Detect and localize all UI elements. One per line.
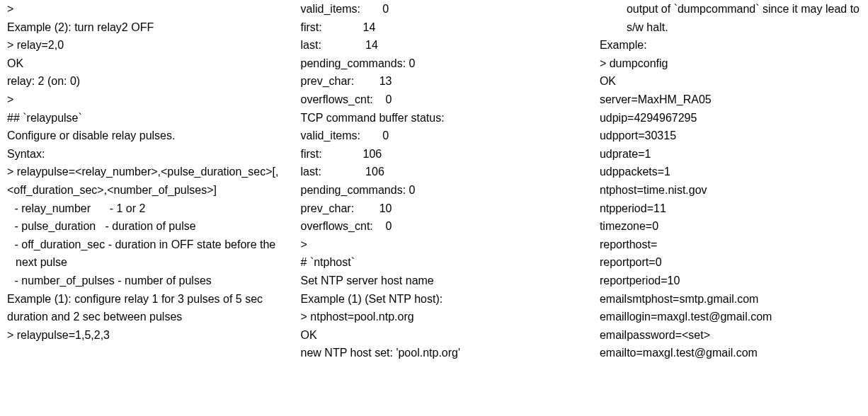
text-line: emailto=maxgl.test@gmail.com bbox=[600, 344, 864, 362]
text-line: Example: bbox=[600, 36, 864, 54]
text-line: Configure or disable relay pulses. bbox=[7, 127, 292, 145]
text-line: > bbox=[7, 91, 292, 109]
text-line: > bbox=[7, 0, 292, 18]
text-line: TCP command buffer status: bbox=[301, 109, 591, 127]
text-line: overflows_cnt: 0 bbox=[301, 91, 591, 109]
text-line: timezone=0 bbox=[600, 217, 864, 236]
text-line: first: 14 bbox=[301, 18, 591, 37]
text-line: > bbox=[301, 236, 591, 254]
text-line: output of `dumpcommand` since it may lea… bbox=[600, 0, 864, 36]
text-line: OK bbox=[600, 72, 864, 91]
text-line: - off_duration_sec - duration in OFF sta… bbox=[7, 236, 292, 272]
text-line: # `ntphost` bbox=[301, 253, 591, 272]
text-line: prev_char: 10 bbox=[301, 200, 591, 218]
text-line: emaillogin=maxgl.test@gmail.com bbox=[600, 308, 864, 326]
text-line: emailsmtphost=smtp.gmail.com bbox=[600, 290, 864, 308]
text-line: - relay_number - 1 or 2 bbox=[7, 200, 292, 218]
text-line: last: 106 bbox=[301, 163, 591, 181]
text-line: overflows_cnt: 0 bbox=[301, 217, 591, 236]
text-line: - pulse_duration - duration of pulse bbox=[7, 217, 292, 236]
text-line: pending_commands: 0 bbox=[301, 54, 591, 73]
text-line: valid_items: 0 bbox=[301, 127, 591, 145]
text-line: OK bbox=[7, 54, 292, 73]
text-line: relay: 2 (on: 0) bbox=[7, 72, 292, 91]
page-columns: > Example (2): turn relay2 OFF > relay=2… bbox=[0, 0, 868, 362]
text-line: > dumpconfig bbox=[600, 54, 864, 73]
text-line: reporthost= bbox=[600, 236, 864, 254]
text-line: > relaypulse=1,5,2,3 bbox=[7, 326, 292, 345]
text-line: server=MaxHM_RA05 bbox=[600, 91, 864, 109]
text-line: > relaypulse=<relay_number>,<pulse_durat… bbox=[7, 163, 292, 199]
text-line: Example (1): configure relay 1 for 3 pul… bbox=[7, 290, 292, 326]
text-line: udppackets=1 bbox=[600, 163, 864, 181]
text-line: udpip=4294967295 bbox=[600, 109, 864, 127]
text-line: udprate=1 bbox=[600, 145, 864, 163]
column-1: > Example (2): turn relay2 OFF > relay=2… bbox=[0, 0, 297, 362]
column-2: valid_items: 0 first: 14 last: 14 pendin… bbox=[297, 0, 595, 362]
text-line: first: 106 bbox=[301, 145, 591, 163]
text-line: ntphost=time.nist.gov bbox=[600, 181, 864, 200]
text-line: Set NTP server host name bbox=[301, 272, 591, 290]
text-line: pending_commands: 0 bbox=[301, 181, 591, 200]
text-line: Example (1) (Set NTP host): bbox=[301, 290, 591, 308]
column-3: output of `dumpcommand` since it may lea… bbox=[595, 0, 868, 362]
text-line: prev_char: 13 bbox=[301, 72, 591, 91]
text-line: udpport=30315 bbox=[600, 127, 864, 145]
text-line: > relay=2,0 bbox=[7, 36, 292, 54]
text-line: reportperiod=10 bbox=[600, 272, 864, 290]
text-line: OK bbox=[301, 326, 591, 345]
text-line: > ntphost=pool.ntp.org bbox=[301, 308, 591, 326]
text-line: ntpperiod=11 bbox=[600, 200, 864, 218]
text-line: - number_of_pulses - number of pulses bbox=[7, 272, 292, 290]
text-line: ## `relaypulse` bbox=[7, 109, 292, 127]
text-line: Syntax: bbox=[7, 145, 292, 163]
text-line: Example (2): turn relay2 OFF bbox=[7, 18, 292, 37]
text-line: new NTP host set: 'pool.ntp.org' bbox=[301, 344, 591, 362]
text-line: reportport=0 bbox=[600, 253, 864, 272]
text-line: last: 14 bbox=[301, 36, 591, 54]
text-line: emailpassword=<set> bbox=[600, 326, 864, 345]
text-line: valid_items: 0 bbox=[301, 0, 591, 18]
